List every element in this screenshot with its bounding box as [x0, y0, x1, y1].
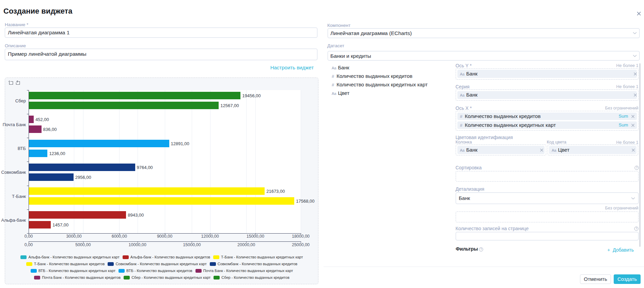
svg-text:?: ?	[635, 227, 637, 230]
svg-text:?: ?	[636, 166, 638, 169]
svg-text:?: ?	[480, 248, 482, 251]
